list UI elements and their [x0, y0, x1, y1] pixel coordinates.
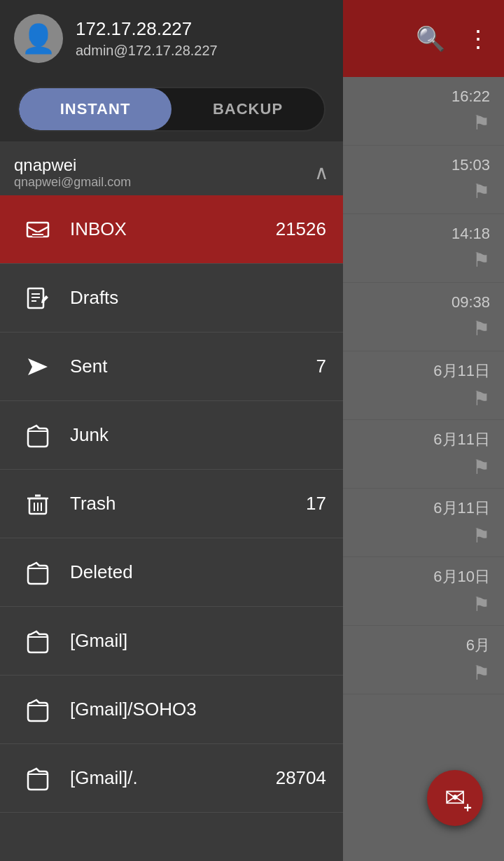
admin-email: admin@172.17.28.227 [76, 43, 218, 59]
sent-icon [17, 354, 59, 379]
server-info: 172.17.28.227 admin@172.17.28.227 [76, 18, 218, 59]
account-name: qnapwei [14, 155, 131, 175]
more-menu-icon[interactable]: ⋮ [466, 24, 490, 52]
folder-item-gmail-soho3[interactable]: [Gmail]/SOHO3 [0, 676, 343, 744]
instant-toggle-button[interactable]: INSTANT [19, 88, 172, 130]
drafts-icon [17, 286, 59, 311]
fab-plus-icon: + [463, 801, 472, 815]
inbox-label: INBOX [70, 218, 276, 240]
sync-mode-toggle-row: INSTANT BACKUP [0, 77, 343, 141]
junk-folder-icon [17, 423, 59, 448]
gmail-soho3-label: [Gmail]/SOHO3 [70, 699, 326, 720]
gmail-soho3-folder-icon [17, 697, 59, 722]
folder-item-inbox[interactable]: INBOX 21526 [0, 195, 343, 264]
gmail-other-label: [Gmail]/. [70, 767, 276, 789]
server-ip: 172.17.28.227 [76, 18, 218, 40]
account-email: qnapwei@gmail.com [14, 175, 131, 190]
folder-item-gmail-other[interactable]: [Gmail]/. 28704 [0, 744, 343, 813]
account-section[interactable]: qnapwei qnapwei@gmail.com ∧ [0, 141, 343, 195]
compose-fab-button[interactable]: ✉ + [427, 770, 483, 826]
junk-label: Junk [70, 424, 326, 446]
navigation-drawer: 👤 172.17.28.227 admin@172.17.28.227 INST… [0, 0, 343, 861]
folder-list: INBOX 21526 Drafts [0, 195, 343, 861]
svg-marker-7 [28, 358, 48, 375]
folder-item-sent[interactable]: Sent 7 [0, 332, 343, 401]
sent-label: Sent [70, 356, 316, 377]
search-icon[interactable]: 🔍 [416, 24, 445, 52]
person-icon: 👤 [21, 22, 56, 55]
folder-item-trash[interactable]: Trash 17 [0, 470, 343, 538]
avatar: 👤 [14, 14, 63, 63]
backup-toggle-button[interactable]: BACKUP [172, 88, 324, 130]
folder-item-junk[interactable]: Junk [0, 401, 343, 470]
sent-count: 7 [316, 356, 326, 377]
folder-item-drafts[interactable]: Drafts [0, 264, 343, 332]
folder-item-gmail[interactable]: [Gmail] [0, 607, 343, 676]
drawer-header: 👤 172.17.28.227 admin@172.17.28.227 [0, 0, 343, 77]
sync-mode-toggle[interactable]: INSTANT BACKUP [18, 87, 326, 132]
gmail-other-count: 28704 [276, 767, 326, 789]
deleted-label: Deleted [70, 561, 326, 583]
inbox-count: 21526 [276, 218, 326, 240]
deleted-folder-icon [17, 560, 59, 585]
trash-count: 17 [306, 493, 326, 514]
compose-icon: ✉ [444, 783, 465, 813]
gmail-label: [Gmail] [70, 630, 326, 652]
top-toolbar: 🔍 ⋮ [343, 0, 504, 77]
gmail-other-folder-icon [17, 766, 59, 791]
inbox-icon [17, 217, 59, 242]
chevron-up-icon[interactable]: ∧ [314, 161, 329, 184]
trash-label: Trash [70, 493, 306, 514]
gmail-folder-icon [17, 629, 59, 654]
drafts-label: Drafts [70, 287, 326, 309]
folder-item-deleted[interactable]: Deleted [0, 538, 343, 607]
trash-icon [17, 491, 59, 517]
